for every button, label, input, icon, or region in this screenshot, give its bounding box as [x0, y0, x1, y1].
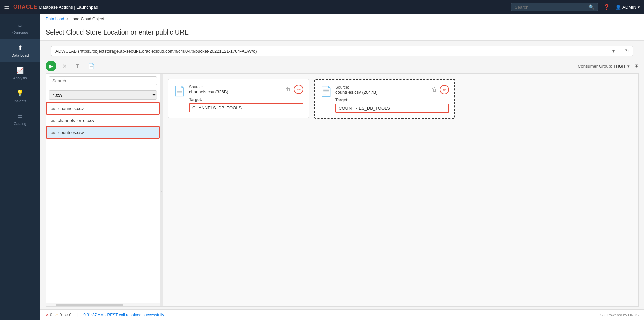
file-icon: 📄 — [174, 85, 185, 97]
consumer-group-dropdown[interactable]: ▾ — [627, 64, 630, 69]
file-type-select[interactable]: *.csv — [49, 90, 157, 100]
sidebar-item-catalog[interactable]: ☰ Catalog — [0, 108, 40, 130]
settings-count: 0 — [69, 313, 71, 317]
cloud-icon: ☁ — [51, 129, 56, 135]
panel-resizer[interactable]: ⋮ — [160, 74, 163, 306]
user-menu[interactable]: 👤 ADMIN ▾ — [615, 5, 640, 10]
error-count: 0 — [50, 313, 52, 317]
list-item[interactable]: ☁ channels_error.csv — [46, 115, 160, 126]
status-message[interactable]: 9:31:37 AM - REST call resolved successf… — [83, 313, 165, 317]
breadcrumb: Data Load > Load Cloud Object — [40, 14, 644, 24]
hamburger-icon[interactable]: ☰ — [4, 3, 9, 11]
status-right: CSDI Powered by ORDS — [598, 313, 639, 317]
page-title: Select Cloud Store Location or enter pub… — [46, 28, 639, 36]
sidebar-item-data-load[interactable]: ⬆ Data Load — [0, 39, 40, 62]
help-icon[interactable]: ❓ — [603, 4, 610, 10]
top-nav: ☰ ORACLE Database Actions | Launchpad 🔍 … — [0, 0, 644, 14]
target-label: Target: — [335, 98, 449, 102]
sidebar-item-analysis[interactable]: 📈 Analysis — [0, 62, 40, 85]
data-load-icon: ⬆ — [18, 44, 23, 51]
warning-status: ⚠ 0 — [55, 313, 62, 317]
status-icons: ✕ 0 ⚠ 0 ⚙ 0 — [46, 313, 71, 317]
oracle-brand: ORACLE — [13, 4, 37, 10]
data-card: 📄 Source: channels.csv (326B) Target: CH… — [168, 79, 309, 118]
overview-icon: ⌂ — [18, 21, 22, 28]
page-header: Select Cloud Store Location or enter pub… — [40, 24, 644, 41]
file-name: channels_error.csv — [58, 118, 94, 123]
card-header: 📄 Source: countries.csv (2047B) Target: … — [320, 85, 449, 113]
doc-button[interactable]: 📄 — [86, 61, 97, 71]
toolbar: ▶ ✕ 🗑 📄 Consumer Group: HIGH ▾ ⊞ — [46, 59, 639, 73]
card-delete-button[interactable]: 🗑 — [286, 86, 291, 92]
sidebar-item-overview[interactable]: ⌂ Overview — [0, 17, 40, 39]
warning-icon: ⚠ — [55, 313, 59, 317]
target-label: Target: — [189, 97, 303, 102]
cancel-button[interactable]: ✕ — [59, 61, 70, 71]
list-item[interactable]: ☁ channels.csv — [46, 102, 160, 115]
cloud-icon: ☁ — [51, 105, 56, 111]
url-dropdown-icon[interactable]: ▾ — [612, 48, 615, 54]
consumer-group: Consumer Group: HIGH ▾ ⊞ — [578, 63, 639, 69]
columns-icon[interactable]: ⊞ — [634, 63, 639, 69]
breadcrumb-current: Load Cloud Object — [70, 17, 104, 21]
status-bar: ✕ 0 ⚠ 0 ⚙ 0 | 9:31:37 AM - REST call res… — [40, 309, 644, 320]
sidebar-label-overview: Overview — [12, 30, 28, 35]
file-name: channels.csv — [58, 106, 84, 111]
file-name: countries.csv — [58, 130, 84, 135]
catalog-icon: ☰ — [17, 112, 23, 120]
split-panel: *.csv ☁ channels.csv ☁ channels_error.cs… — [46, 73, 639, 307]
sidebar-label-data-load: Data Load — [12, 53, 29, 57]
status-divider: | — [77, 313, 78, 317]
file-list: ☁ channels.csv ☁ channels_error.csv ☁ co… — [46, 102, 160, 303]
data-card: 📄 Source: countries.csv (2047B) Target: … — [314, 79, 455, 119]
card-edit-button[interactable]: ✏ — [440, 85, 449, 94]
db-actions-label: Database Actions | Launchpad — [39, 5, 98, 10]
user-dropdown-icon: ▾ — [638, 5, 640, 10]
file-search-input[interactable] — [49, 76, 157, 85]
file-icon: 📄 — [320, 86, 332, 97]
top-nav-search-area: 🔍 ❓ 👤 ADMIN ▾ — [511, 3, 640, 11]
pencil-icon: ✏ — [443, 87, 446, 92]
sidebar-label-catalog: Catalog — [14, 122, 26, 126]
cards-panel: 📄 Source: channels.csv (326B) Target: CH… — [163, 74, 638, 306]
list-item[interactable]: ☁ countries.csv — [46, 126, 160, 139]
main-content: Data Load > Load Cloud Object Select Clo… — [40, 14, 644, 320]
consumer-group-label: Consumer Group: — [578, 64, 612, 69]
url-value: ADWCLAB (https://objectstorage.ap-seoul-… — [55, 49, 612, 54]
sidebar-label-analysis: Analysis — [13, 76, 27, 80]
sidebar-label-insights: Insights — [14, 99, 26, 103]
search-input[interactable] — [515, 5, 589, 10]
user-avatar-icon: 👤 — [615, 5, 621, 10]
url-actions: ▾ ⋮ ↻ — [612, 48, 629, 54]
search-icon: 🔍 — [589, 4, 594, 10]
delete-button[interactable]: 🗑 — [72, 61, 83, 71]
target-name-box: CHANNELS_DB_TOOLS — [189, 103, 303, 112]
play-icon: ▶ — [49, 63, 53, 69]
search-box[interactable]: 🔍 — [511, 3, 598, 11]
file-type-select-area: *.csv — [46, 88, 160, 102]
scrollbar-thumb — [56, 304, 123, 306]
sidebar: ⌂ Overview ⬆ Data Load 📈 Analysis 💡 Insi… — [0, 14, 40, 320]
cloud-icon: ☁ — [50, 117, 55, 123]
consumer-group-value: HIGH — [614, 64, 626, 69]
sidebar-item-insights[interactable]: 💡 Insights — [0, 85, 40, 108]
url-menu-icon[interactable]: ⋮ — [618, 48, 622, 54]
delete-icon: 🗑 — [75, 63, 80, 69]
file-list-scrollbar[interactable] — [46, 303, 160, 306]
insights-icon: 💡 — [16, 89, 24, 97]
card-edit-button[interactable]: ✏ — [294, 85, 303, 94]
card-actions: 🗑 ✏ — [432, 85, 449, 94]
error-icon: ✕ — [46, 313, 49, 317]
warning-count: 0 — [60, 313, 62, 317]
oracle-logo: ORACLE Database Actions | Launchpad — [13, 4, 98, 10]
settings-status: ⚙ 0 — [64, 313, 71, 317]
user-label: ADMIN — [622, 5, 636, 10]
file-search-area — [46, 74, 160, 88]
breadcrumb-separator: > — [66, 17, 68, 21]
doc-icon: 📄 — [88, 63, 95, 69]
card-delete-button[interactable]: 🗑 — [432, 87, 437, 93]
url-refresh-icon[interactable]: ↻ — [625, 48, 629, 54]
run-button[interactable]: ▶ — [46, 61, 56, 71]
breadcrumb-parent[interactable]: Data Load — [46, 17, 64, 21]
pencil-icon: ✏ — [297, 87, 301, 92]
